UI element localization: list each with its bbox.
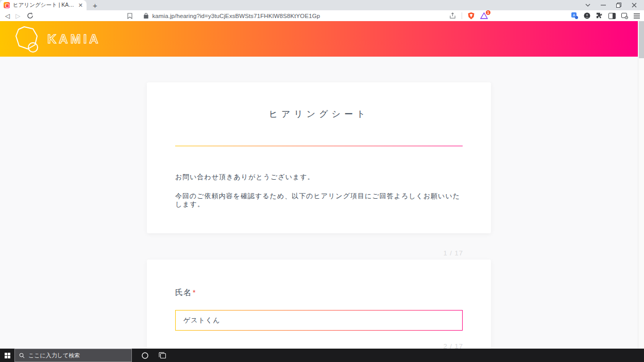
gradient-divider (175, 146, 463, 146)
close-window-button[interactable] (626, 0, 642, 10)
question-label-row: 氏名* (175, 288, 463, 298)
windows-logo-icon (5, 353, 10, 358)
tab-close-icon[interactable]: ✕ (78, 3, 83, 8)
question-progress-2: 2 / 17 (443, 342, 463, 349)
window-controls (580, 0, 642, 10)
start-button[interactable] (0, 349, 14, 362)
toolbar-actions: 1 A (449, 12, 644, 20)
url-address[interactable]: kamia.jp/hearing?id=y3tuCjExsBWSts71FHKI… (152, 13, 320, 19)
brave-shields-icon[interactable] (468, 12, 474, 20)
tab-title: ヒアリングシート | KAMIA (13, 2, 75, 9)
taskbar-search-box[interactable]: ここに入力して検索 (14, 349, 132, 362)
tab-search-chevron-icon[interactable] (580, 0, 596, 10)
page-scrollbar[interactable] (638, 21, 644, 349)
sidebar-toggle-icon[interactable] (608, 13, 616, 19)
forward-icon: ▷ (15, 13, 20, 19)
menu-icon[interactable] (634, 13, 640, 19)
new-tab-button[interactable]: + (93, 2, 97, 9)
svg-text:A: A (573, 13, 575, 17)
kamia-logo-icon (14, 25, 41, 53)
https-lock-icon[interactable] (144, 13, 148, 19)
windows-taskbar: ここに入力して検索 (0, 349, 644, 362)
question-progress-1: 1 / 17 (443, 249, 463, 257)
task-view-icon[interactable] (154, 349, 171, 362)
page-background: ヒアリングシート お問い合わせ頂きありがとうございます。 今回のご依頼内容を確認… (0, 57, 638, 349)
search-icon (19, 353, 25, 358)
toolbar-divider (462, 12, 462, 19)
brave-rewards-icon[interactable]: 1 (480, 12, 488, 19)
back-icon[interactable]: ◁ (5, 13, 10, 19)
search-placeholder: ここに入力して検索 (28, 352, 80, 359)
site-favicon (4, 2, 10, 8)
brand-wordmark: KAMIA (47, 32, 101, 46)
bookmark-icon[interactable] (127, 13, 132, 19)
required-asterisk: * (193, 288, 195, 297)
reload-icon[interactable] (27, 12, 33, 19)
browser-tab[interactable]: ヒアリングシート | KAMIA ✕ (0, 0, 87, 10)
question-card-name: 氏名* (147, 260, 491, 349)
site-header: KAMIA (0, 21, 638, 57)
name-input[interactable] (175, 310, 463, 331)
intro-paragraph-2: 今回のご依頼内容を確認するため、以下のヒアリング項目にご回答よろしくお願いいたし… (175, 192, 463, 209)
translate-icon[interactable]: A (571, 12, 578, 19)
minimize-button[interactable] (596, 0, 611, 10)
scrollbar-thumb[interactable] (639, 21, 644, 58)
intro-paragraph-1: お問い合わせ頂きありがとうございます。 (175, 173, 463, 181)
browser-toolbar: ◁ ▷ kamia.jp/hearing?id=y3tuCjExsBWSts71… (0, 10, 644, 21)
intro-card: ヒアリングシート お問い合わせ頂きありがとうございます。 今回のご依頼内容を確認… (147, 82, 491, 233)
profile-avatar-icon[interactable] (584, 12, 590, 19)
extensions-puzzle-icon[interactable] (596, 12, 603, 19)
browser-tab-bar: ヒアリングシート | KAMIA ✕ + (0, 0, 644, 10)
rewards-badge: 1 (486, 10, 490, 15)
form-column: ヒアリングシート お問い合わせ頂きありがとうございます。 今回のご依頼内容を確認… (147, 82, 491, 349)
wallet-icon[interactable] (621, 13, 628, 19)
share-icon[interactable] (449, 12, 456, 19)
form-title: ヒアリングシート (175, 109, 463, 119)
name-field-label: 氏名 (175, 288, 192, 297)
restore-button[interactable] (611, 0, 626, 10)
cortana-icon[interactable] (136, 349, 154, 362)
